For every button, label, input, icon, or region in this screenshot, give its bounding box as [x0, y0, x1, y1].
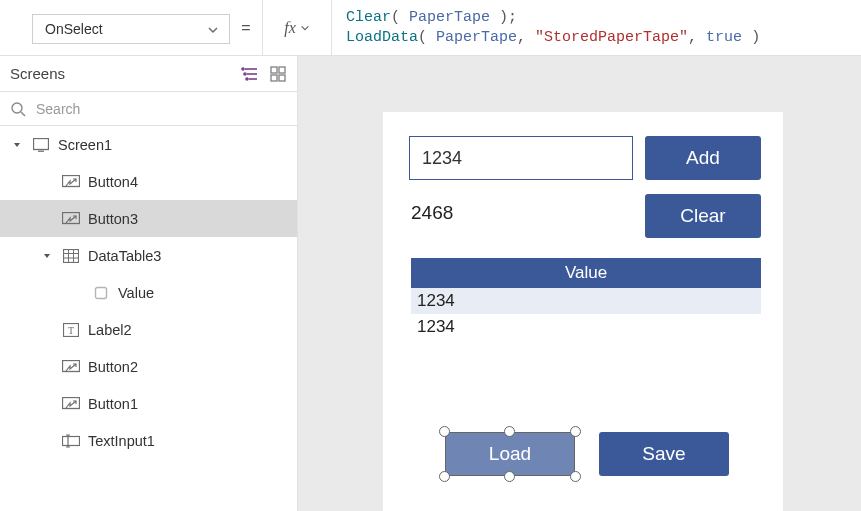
chevron-down-icon — [207, 23, 219, 35]
property-dropdown[interactable]: OnSelect — [32, 14, 230, 44]
app-preview: 1234 Add 2468 Clear Value 1234 1234 Load — [383, 112, 783, 511]
tree-panel-title: Screens — [10, 65, 65, 82]
button-icon — [62, 395, 80, 413]
canvas[interactable]: 1234 Add 2468 Clear Value 1234 1234 Load — [298, 56, 861, 511]
svg-text:T: T — [68, 325, 74, 336]
tree-item-label: DataTable3 — [88, 248, 161, 264]
svg-point-10 — [12, 103, 22, 113]
tree-item-button1[interactable]: Button1 — [0, 385, 297, 422]
button-icon — [62, 173, 80, 191]
button-icon — [62, 358, 80, 376]
svg-rect-25 — [63, 397, 80, 408]
search-icon — [10, 101, 26, 117]
table-row[interactable]: 1234 — [411, 288, 761, 314]
svg-rect-15 — [63, 212, 80, 223]
clear-button[interactable]: Clear — [645, 194, 761, 238]
svg-point-4 — [244, 73, 246, 75]
caret-down-icon[interactable] — [10, 141, 24, 149]
formula-token: ( — [418, 29, 436, 46]
tree-item-label2[interactable]: TLabel2 — [0, 311, 297, 348]
formula-token: "StoredPaperTape" — [535, 29, 688, 46]
formula-token: ); — [490, 9, 517, 26]
formula-token: LoadData — [346, 29, 418, 46]
resize-handle[interactable] — [504, 426, 515, 437]
add-button-label: Add — [686, 147, 720, 169]
formula-editor[interactable]: Clear( PaperTape ); LoadData( PaperTape,… — [332, 0, 861, 55]
tree-list-view-icon[interactable] — [241, 65, 259, 83]
textinput-value: 1234 — [422, 148, 462, 169]
textinput-icon — [62, 432, 80, 450]
property-dropdown-label: OnSelect — [45, 21, 103, 37]
tree-item-datatable3[interactable]: DataTable3 — [0, 237, 297, 274]
textinput-1234[interactable]: 1234 — [409, 136, 633, 180]
chevron-down-icon — [300, 23, 310, 33]
formula-token: true — [706, 29, 742, 46]
svg-rect-26 — [63, 436, 80, 445]
tree-item-label: Button3 — [88, 211, 138, 227]
clear-button-label: Clear — [680, 205, 725, 227]
formula-token: PaperTape — [436, 29, 517, 46]
svg-rect-8 — [271, 75, 277, 81]
tree-item-label: Button2 — [88, 359, 138, 375]
formula-token: ) — [742, 29, 760, 46]
tree-thumb-view-icon[interactable] — [269, 65, 287, 83]
resize-handle[interactable] — [439, 471, 450, 482]
load-button-selected[interactable]: Load — [445, 432, 575, 476]
data-table[interactable]: Value 1234 1234 — [411, 258, 761, 340]
column-icon — [92, 284, 110, 302]
tree-item-label: Value — [118, 285, 154, 301]
svg-rect-14 — [63, 175, 80, 186]
load-button-label: Load — [489, 443, 531, 465]
fx-button[interactable]: fx — [262, 0, 332, 55]
fx-label: fx — [284, 19, 296, 37]
formula-bar: OnSelect = fx Clear( PaperTape ); LoadDa… — [0, 0, 861, 56]
caret-down-icon[interactable] — [40, 252, 54, 260]
formula-token: ( — [391, 9, 409, 26]
tree-item-screen1[interactable]: Screen1 — [0, 126, 297, 163]
svg-point-3 — [242, 68, 244, 70]
tree-item-value[interactable]: Value — [0, 274, 297, 311]
svg-line-11 — [21, 112, 25, 116]
sum-label: 2468 — [411, 202, 453, 224]
tree-search-row — [0, 92, 297, 126]
tree-item-label: Screen1 — [58, 137, 112, 153]
add-button[interactable]: Add — [645, 136, 761, 180]
tree-panel: Screens Screen1Button4Button3DataTable3V… — [0, 56, 298, 511]
data-table-header: Value — [411, 258, 761, 288]
svg-rect-12 — [34, 138, 49, 149]
formula-token: PaperTape — [409, 9, 490, 26]
formula-token: , — [517, 29, 535, 46]
formula-token: Clear — [346, 9, 391, 26]
tree-item-button2[interactable]: Button2 — [0, 348, 297, 385]
resize-handle[interactable] — [570, 426, 581, 437]
main-area: Screens Screen1Button4Button3DataTable3V… — [0, 56, 861, 511]
button-icon — [62, 210, 80, 228]
svg-rect-9 — [279, 75, 285, 81]
resize-handle[interactable] — [439, 426, 450, 437]
tree-item-textinput1[interactable]: TextInput1 — [0, 422, 297, 459]
screen-icon — [32, 136, 50, 154]
resize-handle[interactable] — [504, 471, 515, 482]
table-icon — [62, 247, 80, 265]
save-button-label: Save — [642, 443, 685, 465]
formula-token: , — [688, 29, 706, 46]
svg-rect-16 — [64, 249, 79, 262]
svg-rect-7 — [279, 67, 285, 73]
svg-rect-24 — [63, 360, 80, 371]
tree-view: Screen1Button4Button3DataTable3ValueTLab… — [0, 126, 297, 511]
svg-point-5 — [246, 78, 248, 80]
svg-rect-6 — [271, 67, 277, 73]
label-icon: T — [62, 321, 80, 339]
tree-item-button4[interactable]: Button4 — [0, 163, 297, 200]
equals-sign: = — [230, 0, 262, 55]
resize-handle[interactable] — [570, 471, 581, 482]
table-row[interactable]: 1234 — [411, 314, 761, 340]
tree-item-label: Button1 — [88, 396, 138, 412]
tree-item-label: Label2 — [88, 322, 132, 338]
tree-search-input[interactable] — [34, 100, 287, 118]
svg-rect-21 — [96, 287, 107, 298]
tree-item-button3[interactable]: Button3 — [0, 200, 297, 237]
save-button[interactable]: Save — [599, 432, 729, 476]
tree-panel-header: Screens — [0, 56, 297, 92]
tree-item-label: TextInput1 — [88, 433, 155, 449]
